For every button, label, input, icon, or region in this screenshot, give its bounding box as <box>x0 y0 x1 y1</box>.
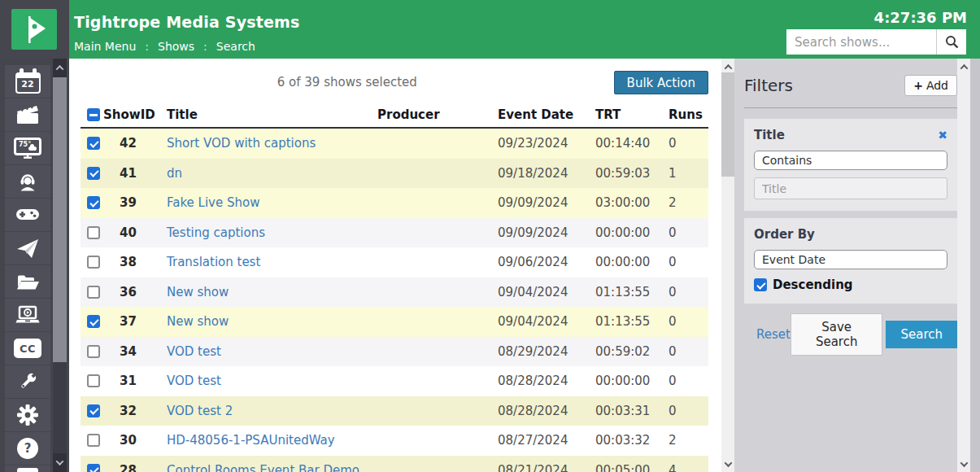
save-search-button[interactable]: Save Search <box>791 313 883 356</box>
row-checkbox[interactable] <box>87 404 100 417</box>
order-by-select[interactable]: Event Date <box>754 250 947 269</box>
cell-show-id: 28 <box>103 463 167 472</box>
sidebar-item-settings[interactable] <box>5 399 50 431</box>
sidebar-item-carousel-bulletins[interactable]: 75° <box>5 132 50 164</box>
show-title-link[interactable]: VOD test <box>167 344 377 359</box>
outer-gutter <box>970 59 980 472</box>
cell-trt: 00:59:02 <box>595 344 669 359</box>
table-row: 34 VOD test 08/29/2024 00:59:02 0 <box>81 337 708 367</box>
row-checkbox[interactable] <box>87 434 100 447</box>
column-header-producer[interactable]: Producer <box>377 107 498 122</box>
monitor-weather-icon: 75° <box>14 138 41 160</box>
show-title-link[interactable]: Translation test <box>167 255 377 269</box>
column-header-show-id[interactable]: ShowID <box>103 107 167 122</box>
panel-scrollbar[interactable] <box>957 59 970 472</box>
show-title-link[interactable]: dn <box>167 166 377 181</box>
sidebar-scroll-up-arrow[interactable] <box>53 59 67 77</box>
row-checkbox[interactable] <box>87 345 100 358</box>
list-scrollbar[interactable] <box>721 59 734 472</box>
row-checkbox[interactable] <box>87 286 100 299</box>
cell-trt: 00:03:31 <box>595 404 669 418</box>
sidebar-item-vod[interactable] <box>5 299 50 331</box>
select-all-checkbox[interactable] <box>87 108 100 121</box>
cell-show-id: 36 <box>103 285 167 299</box>
list-scroll-up-arrow[interactable] <box>721 60 734 73</box>
show-title-link[interactable]: New show <box>167 314 377 329</box>
panel-scroll-up-arrow[interactable] <box>957 60 970 73</box>
cell-show-id: 34 <box>103 344 167 359</box>
search-button[interactable] <box>936 29 966 55</box>
bulk-action-button[interactable]: Bulk Action <box>614 71 708 94</box>
cell-runs: 1 <box>669 166 708 181</box>
add-filter-button[interactable]: + Add <box>904 75 957 96</box>
show-title-link[interactable]: Testing captions <box>167 225 377 240</box>
sidebar-item-schedule[interactable]: 22 <box>5 65 50 98</box>
row-checkbox[interactable] <box>87 226 100 239</box>
show-title-link[interactable]: Fake Live Show <box>167 195 377 210</box>
sidebar-nav: 22 75° <box>0 59 69 472</box>
title-operator-select[interactable]: Contains <box>754 151 947 170</box>
clock: 4:27:36 PM <box>874 9 967 26</box>
plus-icon: + <box>913 79 923 92</box>
row-checkbox[interactable] <box>87 464 100 472</box>
sidebar-scroll-down-arrow[interactable] <box>53 453 67 472</box>
cell-runs: 0 <box>669 314 708 329</box>
column-header-event-date[interactable]: Event Date <box>498 107 595 122</box>
search-submit-button[interactable]: Search <box>886 321 957 348</box>
reset-link[interactable]: Reset <box>756 327 791 342</box>
cell-event-date: 08/28/2024 <box>498 404 595 418</box>
sidebar-item-files[interactable] <box>5 265 50 298</box>
sidebar-item-publish[interactable] <box>5 232 50 264</box>
close-icon[interactable]: ✖ <box>938 129 947 142</box>
show-title-link[interactable]: VOD test <box>167 374 377 388</box>
breadcrumb-shows[interactable]: Shows <box>158 40 194 53</box>
breadcrumb-search[interactable]: Search <box>216 40 255 53</box>
filters-heading: Filters <box>744 76 793 95</box>
row-checkbox[interactable] <box>87 256 100 269</box>
sidebar-item-captions[interactable]: CC <box>5 332 50 365</box>
sidebar-scroll-thumb[interactable] <box>53 77 67 362</box>
show-title-link[interactable]: Short VOD with captions <box>167 136 377 151</box>
sidebar-item-support[interactable] <box>5 165 50 198</box>
show-title-link[interactable]: VOD test 2 <box>167 404 377 418</box>
cell-trt: 00:00:00 <box>595 374 669 388</box>
search-input[interactable] <box>786 29 936 55</box>
cell-trt: 00:59:03 <box>595 166 669 181</box>
row-checkbox[interactable] <box>87 137 100 150</box>
column-header-trt[interactable]: TRT <box>595 107 669 122</box>
row-checkbox[interactable] <box>87 315 100 328</box>
show-title-link[interactable]: New show <box>167 285 377 299</box>
sidebar-item-tools[interactable] <box>5 365 50 398</box>
show-title-link[interactable]: Control Rooms Event Bar Demo <box>167 463 377 472</box>
row-checkbox[interactable] <box>87 167 100 180</box>
logo-block <box>0 0 69 59</box>
list-scroll-thumb[interactable] <box>721 72 734 177</box>
title-filter-card: Title ✖ Contains <box>744 119 957 211</box>
column-header-runs[interactable]: Runs <box>669 107 708 122</box>
list-scroll-down-arrow[interactable] <box>721 457 734 470</box>
column-header-title[interactable]: Title <box>167 107 377 122</box>
cell-runs: 0 <box>669 285 708 299</box>
sidebar-item-games[interactable] <box>5 199 50 231</box>
panel-scroll-down-arrow[interactable] <box>957 457 970 470</box>
show-title-link[interactable]: HD-48056-1-PSAUnitedWay <box>167 433 377 448</box>
row-checkbox[interactable] <box>87 374 100 387</box>
sidebar-item-more[interactable] <box>5 465 50 472</box>
breadcrumb-main-menu[interactable]: Main Menu <box>74 40 136 53</box>
filter-actions: Reset Save Search Search <box>744 313 957 356</box>
row-checkbox[interactable] <box>87 196 100 209</box>
cell-event-date: 09/09/2024 <box>498 225 595 240</box>
descending-checkbox[interactable] <box>754 278 767 291</box>
folder-open-icon <box>15 272 40 291</box>
title-filter-label: Title <box>754 128 785 142</box>
cell-event-date: 09/23/2024 <box>498 136 595 151</box>
descending-label: Descending <box>773 278 853 292</box>
cell-event-date: 09/18/2024 <box>498 166 595 181</box>
sidebar-scrollbar[interactable] <box>53 59 67 472</box>
title-filter-input[interactable] <box>754 177 947 199</box>
sidebar-item-help[interactable]: ? <box>5 432 50 465</box>
sidebar-item-shows[interactable] <box>5 98 50 131</box>
app-header: Tightrope Media Systems Main Menu : Show… <box>0 0 980 59</box>
cell-show-id: 38 <box>103 255 167 269</box>
app-logo[interactable] <box>11 9 57 50</box>
